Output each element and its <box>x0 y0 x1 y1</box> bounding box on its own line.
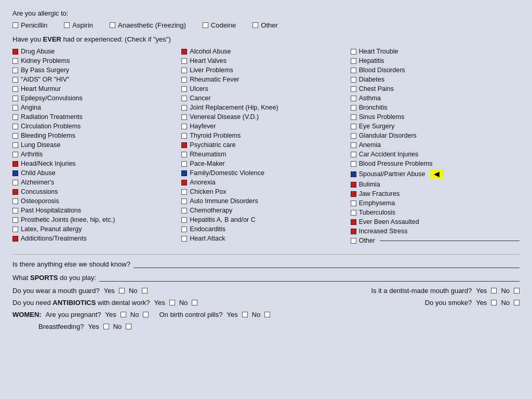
checkbox[interactable] <box>12 236 18 242</box>
checkbox[interactable] <box>181 58 187 64</box>
checkbox[interactable] <box>181 198 187 204</box>
checkbox[interactable] <box>12 77 18 83</box>
checkbox[interactable] <box>12 152 18 157</box>
checkbox[interactable] <box>181 208 187 214</box>
checkbox[interactable] <box>351 124 356 129</box>
checkbox[interactable] <box>12 217 18 223</box>
list-item[interactable]: Addicitions/Treatments <box>12 234 181 243</box>
checkbox-codeine[interactable] <box>203 22 208 28</box>
list-item[interactable]: Anorexia <box>181 178 350 187</box>
pregnant-yes-checkbox[interactable] <box>121 312 126 317</box>
checkbox[interactable] <box>351 219 356 225</box>
list-item[interactable]: Sinus Problems <box>351 113 520 121</box>
checkbox[interactable] <box>351 58 356 64</box>
smoke-yes-checkbox[interactable] <box>491 300 497 305</box>
allergy-aspirin[interactable]: Aspirin <box>64 21 93 29</box>
checkbox[interactable] <box>12 58 18 64</box>
list-item[interactable]: Arthritis <box>12 150 181 158</box>
checkbox[interactable] <box>351 86 356 92</box>
checkbox-anaesthetic[interactable] <box>110 22 115 28</box>
list-item[interactable]: By Pass Surgery <box>12 66 181 74</box>
list-item[interactable]: Chest Pains <box>351 85 520 93</box>
checkbox[interactable] <box>181 105 187 111</box>
list-item[interactable]: Psychiatric care <box>181 141 350 149</box>
checkbox[interactable] <box>12 124 18 129</box>
breastfeeding-yes-checkbox[interactable] <box>103 324 109 329</box>
list-item[interactable]: Rheumatism <box>181 150 350 158</box>
list-item-spousal[interactable]: Spousal/Partner Abuse ◄ <box>351 169 520 179</box>
checkbox[interactable] <box>12 105 18 111</box>
list-item[interactable]: Latex, Peanut allergy <box>12 225 181 233</box>
list-item[interactable]: Rheumatic Fever <box>181 75 350 84</box>
mouthguard-yes-checkbox[interactable] <box>119 288 125 294</box>
checkbox[interactable] <box>12 49 18 55</box>
list-item[interactable]: Prosthetic Joints (knee, hip, etc.) <box>12 216 181 224</box>
list-item[interactable]: Blood Disorders <box>351 66 520 74</box>
birthcontrol-no-checkbox[interactable] <box>264 312 270 317</box>
list-item[interactable]: Increased Stress <box>351 227 520 235</box>
list-item[interactable]: Heart Attack <box>181 234 350 243</box>
list-item[interactable]: "AIDS" OR "HIV" <box>12 75 181 84</box>
checkbox-spousal[interactable] <box>351 171 356 177</box>
checkbox[interactable] <box>12 198 18 204</box>
checkbox[interactable] <box>12 189 18 195</box>
list-item[interactable]: Emphysema <box>351 199 520 207</box>
list-item[interactable]: Bleeding Problems <box>12 131 181 140</box>
list-item[interactable]: Drug Abuse <box>12 47 181 56</box>
list-item[interactable]: Diabetes <box>351 75 520 84</box>
checkbox[interactable] <box>12 142 18 148</box>
list-item[interactable]: Heart Murmur <box>12 85 181 93</box>
list-item[interactable]: Anemia <box>351 141 520 149</box>
checkbox[interactable] <box>181 49 187 55</box>
anything-else-field[interactable] <box>134 260 520 268</box>
checkbox[interactable] <box>351 96 356 101</box>
list-item[interactable]: Past Hospitalizations <box>12 206 181 215</box>
allergy-anaesthetic[interactable]: Anaesthetic (Freezing) <box>110 21 186 29</box>
checkbox[interactable] <box>12 96 18 101</box>
antibiotics-yes-checkbox[interactable] <box>169 300 175 305</box>
checkbox[interactable] <box>12 227 18 232</box>
list-item[interactable]: Heart Valves <box>181 57 350 65</box>
list-item[interactable]: Alcohol Abuse <box>181 47 350 56</box>
checkbox[interactable] <box>12 86 18 92</box>
list-item[interactable]: Bulimia <box>351 180 520 189</box>
checkbox[interactable] <box>181 114 187 120</box>
list-item[interactable]: Chemotherapy <box>181 206 350 215</box>
list-item[interactable]: Hepatitis <box>351 57 520 65</box>
list-item[interactable]: Joint Replacement (Hip, Knee) <box>181 103 350 112</box>
allergy-penicillin[interactable]: Penicillin <box>12 21 47 29</box>
checkbox[interactable] <box>351 152 356 157</box>
list-item[interactable]: Cancer <box>181 94 350 102</box>
checkbox[interactable] <box>351 77 356 83</box>
list-item[interactable]: Epilepsy/Convulsions <box>12 94 181 102</box>
checkbox[interactable] <box>181 133 187 139</box>
checkbox[interactable] <box>181 189 187 195</box>
list-item[interactable]: Kidney Problems <box>12 57 181 65</box>
list-item[interactable]: Auto Immune Disorders <box>181 197 350 205</box>
checkbox[interactable] <box>351 114 356 120</box>
checkbox[interactable] <box>181 124 187 129</box>
checkbox[interactable] <box>181 142 187 148</box>
mouthguard-no-checkbox[interactable] <box>142 288 148 294</box>
checkbox[interactable] <box>351 133 356 139</box>
list-item[interactable]: Pace-Maker <box>181 159 350 168</box>
checkbox[interactable] <box>351 105 356 111</box>
dentist-no-checkbox[interactable] <box>514 288 520 294</box>
checkbox[interactable] <box>181 170 187 176</box>
list-item[interactable]: Ever Been Assaulted <box>351 218 520 226</box>
checkbox[interactable] <box>181 217 187 223</box>
list-item[interactable]: Alzheimer's <box>12 178 181 187</box>
checkbox[interactable] <box>181 152 187 157</box>
checkbox[interactable] <box>12 114 18 120</box>
list-item[interactable]: Tuberculosis <box>351 208 520 217</box>
list-item[interactable]: Eye Surgery <box>351 122 520 130</box>
checkbox[interactable] <box>181 86 187 92</box>
list-item-other[interactable]: Other <box>351 236 520 245</box>
birthcontrol-yes-checkbox[interactable] <box>242 312 248 317</box>
smoke-no-checkbox[interactable] <box>514 300 520 305</box>
checkbox-penicillin[interactable] <box>12 22 18 28</box>
list-item[interactable]: Chicken Pox <box>181 188 350 196</box>
list-item[interactable]: Blood Pressure Problems <box>351 159 520 168</box>
checkbox[interactable] <box>181 236 187 242</box>
dentist-yes-checkbox[interactable] <box>491 288 497 294</box>
